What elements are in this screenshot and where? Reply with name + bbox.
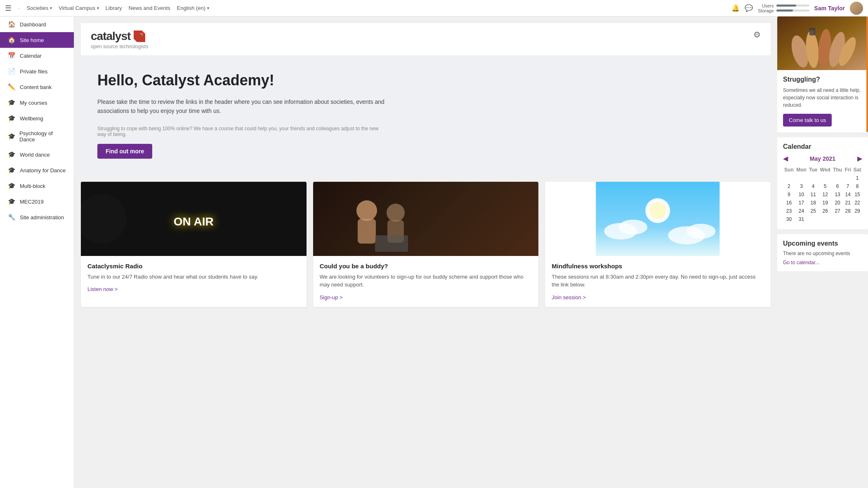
cal-day-21[interactable]: 21 [843, 199, 852, 207]
brand-logo-icon [134, 30, 145, 42]
sidebar-item-anatomy-for-dance[interactable]: 🎓Anatomy for Dance [0, 162, 74, 178]
sidebar-label-psychology-of-dance: Psychology of Dance [19, 130, 67, 143]
card-text-radio: Tune in to our 24/7 Radio show and hear … [87, 273, 300, 281]
sidebar-label-content-bank: Content bank [20, 84, 52, 90]
users-fill [776, 5, 796, 7]
sidebar-label-private-files: Private files [20, 68, 47, 75]
cal-day-14[interactable]: 14 [843, 190, 852, 199]
cal-day-27[interactable]: 27 [832, 207, 843, 215]
cal-day-8[interactable]: 8 [852, 182, 862, 190]
cal-empty-day [832, 215, 843, 223]
sidebar-label-site-admin: Site administration [20, 214, 64, 221]
cal-day-2[interactable]: 2 [783, 182, 795, 190]
settings-icon[interactable]: ⚙ [753, 30, 761, 40]
cal-day-28[interactable]: 28 [843, 207, 852, 215]
sidebar-item-content-bank[interactable]: ✏️Content bank [0, 79, 74, 95]
cal-day-23[interactable]: 23 [783, 207, 795, 215]
news-events-link[interactable]: News and Events [129, 5, 170, 11]
main-content-area: catalyst open source technologists ⚙ Hel… [74, 16, 777, 488]
notifications-icon[interactable]: 🔔 [731, 4, 740, 12]
cal-day-4[interactable]: 4 [808, 182, 818, 190]
find-out-more-button[interactable]: Find out more [97, 144, 152, 159]
cal-day-18[interactable]: 18 [808, 199, 818, 207]
cal-day-15[interactable]: 15 [852, 190, 862, 199]
sidebar-item-private-files[interactable]: 📄Private files [0, 63, 74, 79]
cal-day-30[interactable]: 30 [783, 215, 795, 223]
top-navigation: ☰ · Societies ▾ Virtual Campus ▾ Library… [0, 0, 868, 16]
prev-month-button[interactable]: ◀ [783, 155, 788, 162]
cal-empty-day [843, 174, 852, 182]
sidebar-item-dashboard[interactable]: 🏠Dashboard [0, 16, 74, 32]
come-talk-button[interactable]: Come talk to us [783, 114, 832, 127]
cal-day-10[interactable]: 10 [795, 190, 808, 199]
sidebar-label-site-home: Site home [20, 37, 44, 43]
svg-rect-10 [375, 235, 408, 252]
cal-day-12[interactable]: 12 [818, 190, 832, 199]
svg-text:ON AIR: ON AIR [174, 215, 214, 228]
sidebar-item-psychology-of-dance[interactable]: 🎓Psychology of Dance [0, 126, 74, 147]
cal-day-31[interactable]: 31 [795, 215, 808, 223]
svg-point-25 [810, 29, 815, 34]
cal-day-25[interactable]: 25 [808, 207, 818, 215]
sidebar-label-my-courses: My courses [20, 100, 47, 106]
cal-day-26[interactable]: 26 [818, 207, 832, 215]
sidebar-icon-site-home: 🏠 [8, 36, 16, 44]
cal-day-9[interactable]: 9 [783, 190, 795, 199]
orange-accent-bar [866, 16, 868, 132]
cal-day-17[interactable]: 17 [795, 199, 808, 207]
menu-toggle-icon[interactable]: ☰ [5, 4, 12, 13]
cal-day-24[interactable]: 24 [795, 207, 808, 215]
language-menu[interactable]: English (en) ▾ [177, 5, 209, 11]
sidebar-item-world-dance[interactable]: 🎓World dance [0, 147, 74, 162]
sidebar-item-multi-block[interactable]: 🎓Multi-block [0, 178, 74, 194]
users-bar [776, 5, 809, 7]
cal-day-6[interactable]: 6 [832, 182, 843, 190]
sidebar-label-world-dance: World dance [20, 152, 50, 158]
sidebar-item-wellbeing[interactable]: 🎓Wellbeing [0, 110, 74, 126]
sidebar-item-mec2019[interactable]: 🎓MEC2019 [0, 194, 74, 209]
cal-day-3[interactable]: 3 [795, 182, 808, 190]
messages-icon[interactable]: 💬 [745, 4, 753, 12]
avatar[interactable] [850, 2, 863, 15]
cal-day-11[interactable]: 11 [808, 190, 818, 199]
card-link-mindfulness[interactable]: Join session > [552, 294, 586, 300]
card-link-buddy[interactable]: Sign-up > [320, 294, 343, 300]
cal-day-16[interactable]: 16 [783, 199, 795, 207]
card-title-buddy: Could you be a buddy? [320, 263, 532, 270]
sidebar-item-site-admin[interactable]: 🔧Site administration [0, 209, 74, 225]
cal-empty-day [832, 174, 843, 182]
cal-day-header-sun: Sun [783, 166, 795, 174]
sidebar-item-calendar[interactable]: 📅Calendar [0, 48, 74, 63]
cal-day-13[interactable]: 13 [832, 190, 843, 199]
user-info: Users Storage [758, 3, 809, 13]
svg-marker-0 [134, 30, 145, 42]
card-link-radio[interactable]: Listen now > [87, 286, 118, 292]
sidebar-item-my-courses[interactable]: 🎓My courses [0, 95, 74, 110]
cal-day-22[interactable]: 22 [852, 199, 862, 207]
cal-day-5[interactable]: 5 [818, 182, 832, 190]
calendar-grid: SunMonTueWedThuFriSat1234567891011121314… [783, 166, 862, 223]
sidebar-label-anatomy-for-dance: Anatomy for Dance [20, 167, 66, 174]
storage-label: Storage [758, 8, 774, 13]
cal-day-20[interactable]: 20 [832, 199, 843, 207]
cal-day-header-fri: Fri [843, 166, 852, 174]
events-title: Upcoming events [783, 240, 862, 247]
cal-day-29[interactable]: 29 [852, 207, 862, 215]
go-to-calendar-link[interactable]: Go to calendar... [783, 260, 819, 265]
sidebar-icon-content-bank: ✏️ [8, 83, 16, 91]
sidebar-label-dashboard: Dashboard [20, 21, 46, 28]
cal-day-19[interactable]: 19 [818, 199, 832, 207]
user-name[interactable]: Sam Taylor [814, 5, 845, 12]
societies-menu[interactable]: Societies ▾ [26, 5, 52, 11]
struggling-body: Struggling? Sometimes we all need a litt… [777, 70, 868, 132]
virtual-campus-menu[interactable]: Virtual Campus ▾ [59, 5, 99, 11]
cal-empty-day [795, 174, 808, 182]
svg-rect-5 [313, 182, 539, 256]
library-link[interactable]: Library [106, 5, 122, 11]
nav-dot: · [18, 5, 20, 12]
next-month-button[interactable]: ▶ [857, 155, 862, 162]
cal-day-1[interactable]: 1 [852, 174, 862, 182]
card-buddy: Could you be a buddy? We are looking for… [313, 182, 539, 307]
cal-day-7[interactable]: 7 [843, 182, 852, 190]
sidebar-item-site-home[interactable]: 🏠Site home [0, 32, 74, 48]
